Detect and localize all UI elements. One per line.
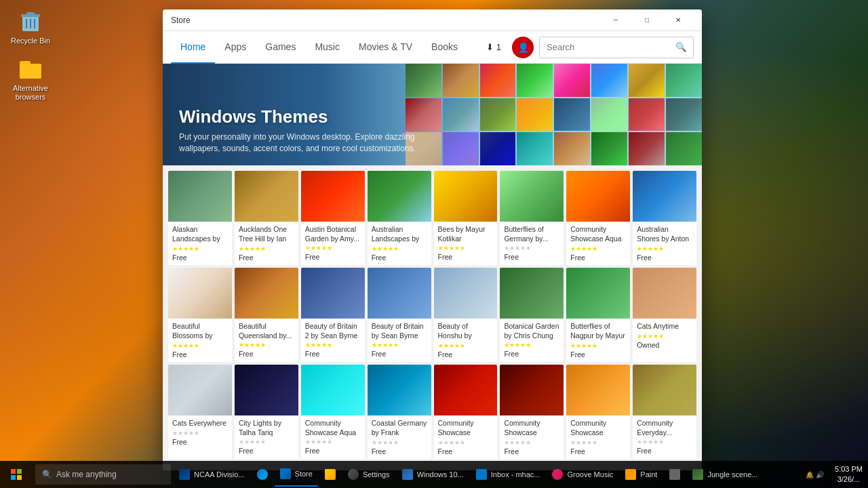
nav-movies-tv[interactable]: Movies & TV (349, 31, 422, 64)
product-name: Beauty of Britain by Sean Byrne (372, 322, 427, 340)
taskbar-items: NCAA Divisio... Store Settings Windows 1… (171, 462, 800, 487)
product-card[interactable]: Beauty of Britain by Sean Byrne ★★★★★ Fr… (368, 268, 431, 362)
svg-rect-8 (20, 64, 41, 79)
nav-actions: ⬇ 1 👤 🔍 (481, 37, 694, 58)
svg-rect-10 (17, 469, 22, 474)
download-button[interactable]: ⬇ 1 (481, 39, 507, 55)
taskbar-item-label: Groove Music (567, 470, 613, 479)
profile-button[interactable]: 👤 (512, 37, 534, 58)
product-card[interactable]: Community Showcase Everyday... ★★★★★ Fre… (566, 365, 630, 459)
product-price: Free (239, 447, 294, 455)
product-card[interactable]: Australian Landscapes by lan... ★★★★★ Fr… (368, 171, 431, 265)
product-card[interactable]: Alaskan Landscapes by Kyle Waters ★★★★★ … (168, 171, 232, 265)
nav-games[interactable]: Games (256, 31, 305, 64)
product-card[interactable]: Community Showcase Aqua 2 ★★★★★ Free (566, 171, 630, 265)
product-card[interactable]: Beautiful Blossoms by Elena Yansupova ★★… (168, 268, 232, 362)
search-input[interactable] (540, 42, 669, 52)
taskbar-item-ncaa[interactable]: NCAA Divisio... (174, 462, 250, 487)
product-card[interactable]: Beauty of Honshu by Wilson Au ★★★★★ Free (434, 268, 498, 362)
product-name: Cats Everywhere (172, 419, 228, 428)
nav-apps[interactable]: Apps (215, 31, 256, 64)
taskbar-icon (402, 469, 413, 480)
star-icon: ★★★★★ (372, 439, 399, 446)
taskbar-item-edge[interactable] (252, 462, 273, 487)
product-card[interactable]: Community Showcase Dramatic... ★★★★★ Fre… (500, 365, 564, 459)
product-name: Aucklands One Tree Hill by Ian Rushton (239, 225, 294, 244)
taskbar-clock[interactable]: 5:03 PM 3/26/... (829, 464, 868, 485)
minimize-button[interactable]: ─ (600, 9, 631, 31)
product-card[interactable]: Australian Shores by Anton Gorlin ★★★★★ … (633, 171, 696, 265)
content-area[interactable]: Windows Themes Put your personality into… (163, 64, 702, 470)
product-card[interactable]: Community Showcase Aqua ★★★★★ Free (301, 365, 365, 459)
product-card[interactable]: Butterflies of Germany by... ★★★★★ Free (500, 171, 564, 265)
product-price: Free (438, 253, 494, 261)
product-stars: ★★★★★ (504, 245, 559, 251)
product-name: Cats Anytime (637, 322, 692, 331)
maximize-button[interactable]: □ (631, 9, 663, 31)
star-icon: ★★★★★ (504, 439, 531, 446)
taskbar-icon (476, 469, 487, 480)
star-icon: ★★★★★ (239, 342, 266, 348)
taskbar-item-store[interactable]: Store (275, 462, 318, 487)
product-price: Free (172, 350, 228, 359)
taskbar-item-paint[interactable]: Paint (620, 462, 663, 487)
product-price: Free (438, 447, 494, 455)
star-icon: ★★★★★ (305, 342, 332, 348)
product-info: Butterflies of Nagpur by Mayur Kotlikar … (566, 319, 630, 362)
taskbar-item-groove[interactable]: Groove Music (547, 462, 618, 487)
product-stars: ★★★★★ (570, 342, 626, 349)
product-card[interactable]: Coastal Germany by Frank Hojenski ★★★★★ … (368, 365, 431, 459)
nav-books[interactable]: Books (422, 31, 467, 64)
product-card[interactable]: Austin Botanical Garden by Amy... ★★★★★ … (301, 171, 365, 265)
start-button[interactable] (0, 461, 33, 488)
product-card[interactable]: Butterflies of Nagpur by Mayur Kotlikar … (566, 268, 630, 362)
taskbar-item-jungle[interactable]: Jungle scene... (687, 462, 763, 487)
star-icon: ★★★★★ (570, 342, 597, 349)
product-thumbnail (633, 268, 696, 319)
product-card[interactable]: Aucklands One Tree Hill by Ian Rushton ★… (235, 171, 298, 265)
product-card[interactable]: Cats Everywhere ★★★★★ Free (168, 365, 232, 459)
product-card[interactable]: Beauty of Britain 2 by Sean Byrne ★★★★★ … (301, 268, 365, 362)
hero-thumb (480, 98, 516, 131)
desktop-icon-alt-browsers[interactable]: Alternative browsers (7, 54, 54, 102)
product-card[interactable]: Beautiful Queensland by... ★★★★★ Free (235, 268, 298, 362)
product-thumbnail (368, 171, 431, 222)
search-button[interactable]: 🔍 (669, 37, 693, 58)
product-price: Free (305, 253, 361, 261)
product-price: Free (570, 350, 626, 359)
close-button[interactable]: ✕ (663, 9, 694, 31)
hero-thumb (554, 132, 590, 165)
product-info: Beauty of Britain by Sean Byrne ★★★★★ Fr… (368, 319, 431, 361)
product-stars: ★★★★★ (438, 245, 494, 251)
product-card[interactable]: Community Everyday... ★★★★★ Free (633, 365, 696, 459)
star-icon: ★★★★★ (504, 245, 531, 251)
taskbar-search[interactable]: 🔍 Ask me anything (35, 464, 171, 485)
product-card[interactable]: City Lights by Talha Tariq ★★★★★ Free (235, 365, 298, 459)
product-price: Free (305, 447, 361, 455)
taskbar-item-word[interactable]: Windows 10... (397, 462, 469, 487)
product-card[interactable]: Botanical Garden by Chris Chung ★★★★★ Fr… (500, 268, 564, 362)
product-name: Community Showcase Everyday... (570, 419, 626, 438)
hero-thumb (591, 98, 627, 131)
product-stars: ★★★★★ (504, 342, 559, 348)
product-card[interactable]: Cats Anytime ★★★★★ Owned (633, 268, 696, 362)
window-title: Store (171, 16, 191, 25)
taskbar-icon (692, 469, 703, 480)
product-price: Free (570, 253, 626, 262)
product-thumbnail (368, 268, 431, 319)
nav-home[interactable]: Home (171, 31, 215, 64)
product-card[interactable]: Bees by Mayur Kotlikar ★★★★★ Free (434, 171, 498, 265)
taskbar-item-settings[interactable]: Settings (342, 462, 395, 487)
taskbar-item-photos[interactable] (319, 462, 341, 487)
recycle-bin-icon (17, 7, 44, 34)
product-info: Community Showcase Dramatic... ★★★★★ Fre… (434, 415, 498, 459)
taskbar-item-unknown[interactable] (664, 462, 686, 487)
product-card[interactable]: Community Showcase Dramatic... ★★★★★ Fre… (434, 365, 498, 459)
star-icon: ★★★★★ (637, 333, 664, 340)
nav-music[interactable]: Music (305, 31, 349, 64)
desktop-icon-recycle-bin[interactable]: Recycle Bin (7, 7, 54, 45)
product-price: Free (172, 253, 228, 262)
product-price: Free (504, 350, 559, 358)
product-thumbnail (434, 171, 498, 222)
taskbar-item-mail[interactable]: Inbox - mhac... (471, 462, 546, 487)
